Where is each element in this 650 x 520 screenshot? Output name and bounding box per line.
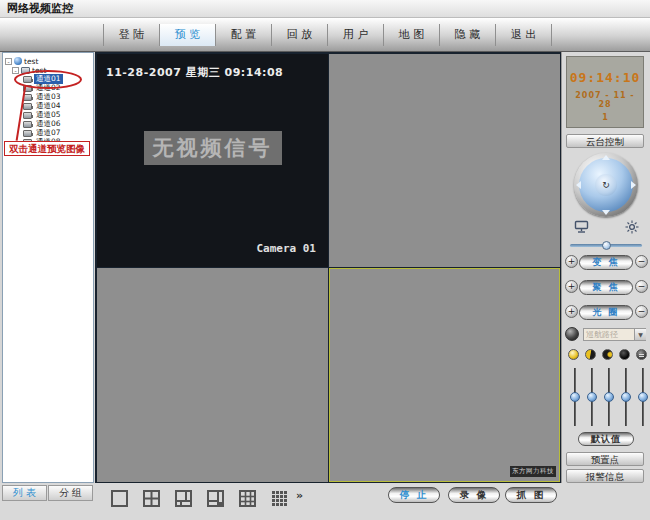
layout-16-button[interactable] (270, 489, 289, 508)
level-slider-5[interactable] (638, 368, 649, 426)
osd-timestamp: 11-28-2007 星期三 09:14:08 (106, 65, 283, 80)
window-title: 网络视频监控 (0, 0, 650, 18)
menu-hide[interactable]: 隐 藏 (440, 24, 496, 46)
bottom-bar: 列 表 分 组 » 停 止 录 像 抓 图 (0, 483, 650, 520)
slider-thumb[interactable] (638, 392, 648, 402)
light-icon[interactable] (625, 220, 639, 234)
speed-slider[interactable] (570, 241, 642, 250)
device-tree-panel: - test - test 通道01 通道02 通道03 通道04 通道05 通… (2, 52, 94, 483)
menu-map[interactable]: 地 图 (384, 24, 440, 46)
video-pane-3[interactable] (97, 268, 328, 482)
level-slider-3[interactable] (604, 368, 615, 426)
layout-4-button[interactable] (142, 489, 161, 508)
menu-config[interactable]: 配 置 (216, 24, 272, 46)
alarm-info-bar[interactable]: 报警信息 (566, 469, 644, 483)
ptz-control-panel: 09:14:10 2007 - 11 - 28 1 云台控制 ↻ (561, 52, 650, 520)
lcd-day: 1 (567, 113, 643, 122)
level-slider-1[interactable] (570, 368, 581, 426)
pan-left-arrow-icon[interactable] (576, 181, 581, 189)
server-icon (14, 57, 22, 65)
zoom-minus-button[interactable]: − (635, 255, 648, 268)
layout-8-button[interactable] (206, 489, 225, 508)
slider-thumb[interactable] (570, 392, 580, 402)
pan-right-arrow-icon[interactable] (631, 181, 636, 189)
iris-half-icon[interactable] (585, 349, 596, 360)
focus-minus-button[interactable]: − (635, 280, 648, 293)
menu-login[interactable]: 登 陆 (103, 24, 160, 46)
layout-9-button[interactable] (238, 489, 257, 508)
camera-icon (23, 94, 32, 101)
lcd-date: 2007 - 11 - 28 (567, 91, 643, 109)
lcd-clock: 09:14:10 2007 - 11 - 28 1 (566, 56, 644, 128)
zoom-plus-button[interactable]: + (565, 255, 578, 268)
camera-icon (23, 103, 32, 110)
iris-control-row: + 光 圈 − (562, 305, 650, 321)
annotation-callout: 双击通道预览图像 (4, 141, 90, 156)
zoom-control-row: + 变 焦 − (562, 255, 650, 271)
camera-icon (23, 76, 32, 83)
slider-thumb[interactable] (604, 392, 614, 402)
camera-icon (23, 121, 32, 128)
slider-thumb[interactable] (602, 241, 611, 250)
record-button[interactable]: 录 像 (448, 487, 500, 503)
expand-icon[interactable]: - (12, 67, 19, 74)
iris-plus-button[interactable]: + (565, 305, 578, 318)
iris-minus-button[interactable]: − (635, 305, 648, 318)
slider-thumb[interactable] (587, 392, 597, 402)
level-slider-4[interactable] (621, 368, 632, 426)
ptz-joystick[interactable]: ↻ (574, 153, 638, 217)
osd-camera-name: Camera 01 (256, 242, 316, 255)
focus-label-pill: 聚 焦 (579, 280, 633, 295)
pan-up-arrow-icon[interactable] (602, 155, 610, 160)
menu-playback[interactable]: 回 放 (272, 24, 328, 46)
menu-items: 登 陆 预 览 配 置 回 放 用 户 地 图 隐 藏 退 出 (103, 24, 552, 46)
pan-down-arrow-icon[interactable] (602, 210, 610, 215)
no-signal-overlay: 无视频信号 (144, 131, 282, 165)
video-pane-1[interactable]: 11-28-2007 星期三 09:14:08 无视频信号 Camera 01 (97, 54, 328, 267)
menu-user[interactable]: 用 户 (328, 24, 384, 46)
iris-quarter-icon[interactable] (602, 349, 613, 360)
video-pane-2[interactable] (329, 54, 560, 267)
snapshot-button[interactable]: 抓 图 (505, 487, 557, 503)
preset-points-bar[interactable]: 预置点 (566, 452, 644, 466)
device-icon (21, 67, 30, 74)
tab-list[interactable]: 列 表 (2, 485, 47, 501)
more-layouts-button[interactable]: » (296, 489, 303, 502)
iris-full-icon[interactable] (568, 349, 579, 360)
iris-auto-icon[interactable] (636, 349, 647, 360)
video-pane-4-selected[interactable]: 东方网力科技 (329, 268, 560, 482)
level-slider-2[interactable] (587, 368, 598, 426)
camera-icon (23, 130, 32, 137)
focus-plus-button[interactable]: + (565, 280, 578, 293)
video-grid: 11-28-2007 星期三 09:14:08 无视频信号 Camera 01 … (95, 52, 561, 483)
zoom-label-pill: 变 焦 (579, 255, 633, 270)
aux-icon-row (562, 220, 650, 234)
iris-preset-row (562, 349, 650, 365)
expand-icon[interactable]: - (5, 58, 12, 65)
menu-preview[interactable]: 预 览 (160, 24, 216, 46)
watermark-badge: 东方网力科技 (510, 466, 556, 477)
layout-6-button[interactable] (174, 489, 193, 508)
iris-label-pill: 光 圈 (579, 305, 633, 320)
tab-group[interactable]: 分 组 (48, 485, 93, 501)
chevron-down-icon[interactable]: ▼ (634, 329, 646, 340)
iris-closed-icon[interactable] (619, 349, 630, 360)
menu-bar: 登 陆 预 览 配 置 回 放 用 户 地 图 隐 藏 退 出 (0, 18, 650, 52)
focus-control-row: + 聚 焦 − (562, 280, 650, 296)
camera-icon (23, 85, 32, 92)
layout-1-button[interactable] (110, 489, 129, 508)
menu-exit[interactable]: 退 出 (496, 24, 552, 46)
joystick-center-button[interactable]: ↻ (595, 174, 617, 196)
ptz-title-bar: 云台控制 (566, 134, 644, 148)
cruise-go-button[interactable] (565, 327, 579, 341)
cruise-row: 巡航路径 ▼ (562, 327, 650, 343)
default-values-button[interactable]: 默认值 (578, 432, 634, 446)
stop-button[interactable]: 停 止 (388, 487, 440, 503)
slider-thumb[interactable] (621, 392, 631, 402)
wiper-monitor-icon[interactable] (574, 220, 589, 234)
camera-icon (23, 112, 32, 119)
lcd-time: 09:14:10 (567, 70, 643, 85)
